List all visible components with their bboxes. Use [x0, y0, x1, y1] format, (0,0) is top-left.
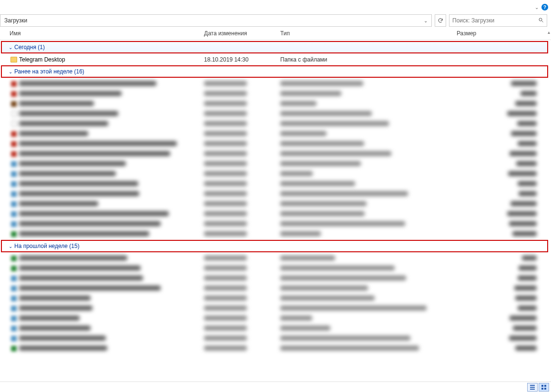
file-row-telegram[interactable]: Telegram Desktop 18.10.2019 14:30 Папка …	[0, 54, 551, 64]
refresh-button[interactable]	[435, 14, 446, 27]
file-date	[204, 275, 280, 282]
file-date	[204, 151, 280, 157]
file-date	[204, 181, 280, 187]
help-icon[interactable]: ?	[541, 4, 548, 10]
file-type	[280, 161, 457, 167]
column-header-type[interactable]: Тип	[280, 30, 457, 37]
file-icon	[10, 220, 18, 228]
file-icon	[10, 335, 18, 342]
file-name	[19, 121, 204, 127]
file-row-blurred[interactable]	[0, 189, 551, 199]
file-type	[280, 255, 457, 262]
file-size	[457, 221, 551, 227]
column-header-date[interactable]: Дата изменения	[204, 30, 280, 37]
file-row-blurred[interactable]	[0, 139, 551, 149]
group-header-today[interactable]: ⌄ Сегодня (1)	[1, 41, 548, 53]
file-row-blurred[interactable]	[0, 89, 551, 99]
file-icon	[10, 110, 18, 118]
file-date	[204, 121, 280, 127]
file-name	[19, 325, 204, 332]
file-type	[280, 305, 457, 312]
file-date	[204, 265, 280, 272]
search-box[interactable]	[449, 14, 547, 27]
file-size	[457, 295, 551, 302]
column-header-size[interactable]: Размер	[457, 30, 551, 37]
file-date	[204, 345, 280, 352]
file-icon	[10, 100, 18, 108]
file-row-blurred[interactable]	[0, 229, 551, 239]
file-type	[280, 345, 457, 352]
file-row-blurred[interactable]	[0, 169, 551, 179]
file-name	[19, 345, 204, 352]
file-size	[457, 255, 551, 262]
file-name	[19, 91, 204, 97]
file-row-blurred[interactable]	[0, 263, 551, 273]
file-row-blurred[interactable]	[0, 253, 551, 263]
file-row-blurred[interactable]	[0, 343, 551, 353]
file-row-blurred[interactable]	[0, 303, 551, 313]
file-row-blurred[interactable]	[0, 109, 551, 119]
file-row-blurred[interactable]	[0, 99, 551, 109]
group-header-lastweek[interactable]: ⌄ На прошлой неделе (15)	[1, 240, 548, 252]
file-name	[19, 295, 204, 302]
chevron-down-icon: ⌄	[9, 244, 12, 249]
file-row-blurred[interactable]	[0, 129, 551, 139]
file-date	[204, 211, 280, 217]
file-row-blurred[interactable]	[0, 199, 551, 209]
address-dropdown-icon[interactable]: ⌄	[422, 18, 429, 23]
file-name	[19, 305, 204, 312]
address-bar[interactable]: Загрузки ⌄	[0, 14, 432, 27]
file-row-blurred[interactable]	[0, 179, 551, 189]
file-size	[457, 101, 551, 107]
file-icon	[10, 200, 18, 208]
scroll-up-icon[interactable]: ▴	[548, 30, 550, 35]
file-row-blurred[interactable]	[0, 159, 551, 169]
file-row-blurred[interactable]	[0, 293, 551, 303]
column-headers: Имя Дата изменения Тип Размер ▴	[0, 27, 551, 40]
file-size	[457, 211, 551, 217]
file-date	[204, 221, 280, 227]
file-row-blurred[interactable]	[0, 273, 551, 283]
file-name	[19, 275, 204, 282]
file-icon	[10, 140, 18, 148]
view-icons-button[interactable]	[539, 383, 549, 392]
file-row-blurred[interactable]	[0, 119, 551, 129]
file-row-blurred[interactable]	[0, 313, 551, 323]
file-date	[204, 81, 280, 87]
file-icon	[10, 305, 18, 312]
file-date	[204, 191, 280, 197]
file-date	[204, 325, 280, 332]
file-date	[204, 255, 280, 262]
file-date	[204, 335, 280, 342]
group-header-thisweek[interactable]: ⌄ Ранее на этой неделе (16)	[1, 65, 548, 78]
file-icon	[10, 255, 18, 262]
file-row-blurred[interactable]	[0, 283, 551, 293]
file-row-blurred[interactable]	[0, 323, 551, 333]
file-row-blurred[interactable]	[0, 333, 551, 343]
file-name	[19, 161, 204, 167]
file-name	[19, 81, 204, 87]
file-name	[19, 201, 204, 207]
svg-line-1	[542, 21, 543, 22]
file-name	[19, 191, 204, 197]
search-icon[interactable]	[538, 17, 544, 24]
view-details-button[interactable]	[527, 383, 538, 392]
search-input[interactable]	[452, 17, 538, 24]
chevron-down-icon[interactable]: ⌄	[535, 5, 539, 10]
file-icon	[10, 120, 18, 128]
file-type	[280, 121, 457, 127]
file-date	[204, 131, 280, 137]
file-row-blurred[interactable]	[0, 79, 551, 89]
file-type	[280, 91, 457, 97]
column-header-name[interactable]: Имя	[10, 30, 204, 37]
file-type	[280, 295, 457, 302]
file-row-blurred[interactable]	[0, 149, 551, 159]
svg-point-0	[539, 18, 542, 21]
file-name	[19, 151, 204, 157]
file-row-blurred[interactable]	[0, 209, 551, 219]
file-type	[280, 181, 457, 187]
svg-rect-2	[530, 385, 535, 386]
file-row-blurred[interactable]	[0, 219, 551, 229]
file-size	[457, 315, 551, 322]
file-name	[19, 255, 204, 262]
